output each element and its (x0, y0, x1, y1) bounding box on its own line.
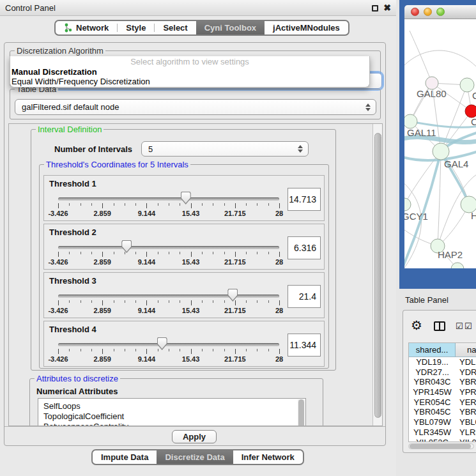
network-edge[interactable] (410, 121, 476, 127)
table-row[interactable]: YDL19...YDL1 (409, 357, 476, 367)
slider-tick (191, 252, 192, 257)
slider-tick (158, 349, 158, 351)
scale-tick-label: 15.43 (182, 258, 200, 266)
attribute-list-item[interactable]: SelfLoops (38, 401, 305, 411)
tab-style-label: Style (126, 23, 146, 33)
algorithm-options-container: Manual DiscretizationEqual Width/Frequen… (10, 67, 369, 86)
table-panel: Table Panel ⚙ ☑ ☑ shared... na YDL19...Y… (399, 289, 476, 476)
network-edge[interactable] (410, 31, 432, 83)
tab-style[interactable]: Style (118, 21, 154, 35)
GCY1-node[interactable] (404, 198, 411, 211)
table-row[interactable]: YER054CYER0 (409, 397, 476, 408)
red-node[interactable] (465, 105, 476, 118)
checkbox-icon[interactable]: ☑ (464, 321, 472, 331)
attributes-scrollbar-thumb[interactable] (298, 399, 304, 426)
attribute-list-item[interactable]: BetweennessCentrality (38, 422, 305, 426)
node-label: H (471, 210, 476, 221)
close-icon[interactable]: ✖ (383, 3, 391, 13)
tab-infer-network[interactable]: Infer Network (233, 450, 303, 464)
threshold-label: Threshold 1 (49, 179, 96, 188)
threshold-value[interactable]: 11.344 (288, 334, 321, 357)
threshold-slider-track[interactable] (58, 343, 279, 346)
threshold-value[interactable]: 14.713 (288, 188, 321, 211)
cell-name: YDL1 (456, 357, 476, 367)
slider-tick (135, 349, 136, 351)
slider-tick (235, 349, 236, 354)
slider-tick (224, 203, 225, 206)
float-window-icon[interactable] (372, 5, 378, 12)
slider-tick (158, 203, 158, 206)
slider-tick (69, 349, 70, 351)
slider-thumb[interactable] (181, 192, 191, 204)
table-row[interactable]: YBR043CYBR0 (409, 377, 476, 387)
slider-tick (202, 252, 203, 254)
table-hscrollbar-thumb[interactable] (410, 444, 471, 449)
cell-name: YPR1 (456, 387, 476, 397)
combo-arrows-icon (365, 103, 371, 112)
scale-tick-label: -3.426 (48, 210, 68, 217)
slider-tick (202, 300, 203, 303)
threshold-panel: Threshold 2 -3.4262.8599.14415.4321.7152… (43, 224, 325, 270)
GAL11-node[interactable] (404, 114, 417, 128)
tab-select[interactable]: Select (155, 21, 196, 35)
slider-tick (202, 203, 203, 206)
number-of-intervals-value: 5 (148, 142, 153, 157)
tab-impute-data-label: Impute Data (101, 452, 148, 462)
table-panel-body: ⚙ ☑ ☑ shared... na YDL19...YDL1YDR27...Y… (403, 310, 476, 453)
threshold-slider-track[interactable] (58, 246, 279, 249)
slider-ticks (58, 300, 279, 306)
algorithm-option[interactable]: Manual Discretization (10, 67, 369, 77)
settings-scrollbar-thumb[interactable] (374, 133, 381, 418)
slider-thumb[interactable] (157, 337, 167, 350)
node-label: GAL11 (407, 127, 436, 138)
column-header-shared-name[interactable]: shared... (409, 343, 456, 357)
gear-icon[interactable]: ⚙ (411, 319, 422, 332)
apply-button[interactable]: Apply (172, 430, 217, 443)
cell-name: YLR3 (456, 427, 476, 438)
GAL80-node[interactable] (426, 77, 438, 89)
cell-shared-name: YBL079W (409, 417, 456, 427)
mac-zoom-button[interactable] (436, 8, 445, 16)
mac-close-button[interactable] (411, 8, 419, 16)
table-row[interactable]: YDR27...YDR2 (409, 367, 476, 378)
window-title: Control Panel (5, 3, 56, 13)
tab-network[interactable]: Network (56, 21, 117, 35)
slider-tick (69, 252, 70, 254)
table-row[interactable]: YIL052CYIL0 (409, 438, 476, 443)
table-row[interactable]: YBL079WYBL0 (409, 417, 476, 427)
tab-discretize-data[interactable]: Discretize Data (157, 450, 233, 464)
scale-tick-label: 2.859 (93, 258, 111, 266)
control-panel-window: Control Panel ✖ Network Style Select Cyn… (0, 0, 396, 476)
slider-tick (213, 203, 213, 206)
tab-impute-data[interactable]: Impute Data (93, 450, 157, 464)
interval-definition-group-label: Interval Definition (36, 125, 104, 134)
slider-thumb[interactable] (227, 289, 238, 302)
tab-cyni-toolbox[interactable]: Cyni Toolbox (196, 21, 265, 35)
GAL4-node[interactable] (433, 143, 449, 160)
slider-thumb[interactable] (121, 240, 132, 253)
table-row[interactable]: YLR345WYLR3 (409, 427, 476, 438)
scale-tick-label: 9.144 (138, 355, 156, 363)
network-canvas[interactable]: GAL80GCGAL11GAL4GCY1HHAP2 (404, 19, 476, 268)
slider-tick (268, 349, 269, 351)
network-edge[interactable] (404, 50, 476, 70)
threshold-slider-track[interactable] (58, 197, 279, 201)
slider-tick (135, 203, 136, 206)
control-panel-titlebar: Control Panel ✖ (0, 0, 396, 16)
scale-tick-label: 28 (275, 258, 283, 266)
algorithm-option[interactable]: Equal Width/Frequency Discretization (10, 77, 369, 86)
slider-tick (279, 252, 280, 257)
mac-minimize-button[interactable] (424, 8, 432, 16)
number-of-intervals-combobox[interactable]: 5 (141, 141, 309, 157)
table-row[interactable]: YBR045CYBR0 (409, 407, 476, 417)
attribute-list-item[interactable]: TopologicalCoefficient (38, 411, 305, 422)
tab-jactivemnodules[interactable]: jActiveMNodules (265, 21, 348, 35)
threshold-value[interactable]: 6.316 (288, 236, 321, 259)
column-header-name[interactable]: na (456, 343, 476, 357)
table-row[interactable]: YPR145WYPR1 (409, 387, 476, 397)
table-data-combobox[interactable]: galFiltered.sif default node (15, 99, 376, 115)
checkbox-icon[interactable]: ☑ (456, 321, 463, 331)
column-layout-icon[interactable] (434, 321, 445, 331)
threshold-value[interactable]: 21.4 (288, 285, 321, 308)
threshold-slider-track[interactable] (58, 295, 279, 298)
